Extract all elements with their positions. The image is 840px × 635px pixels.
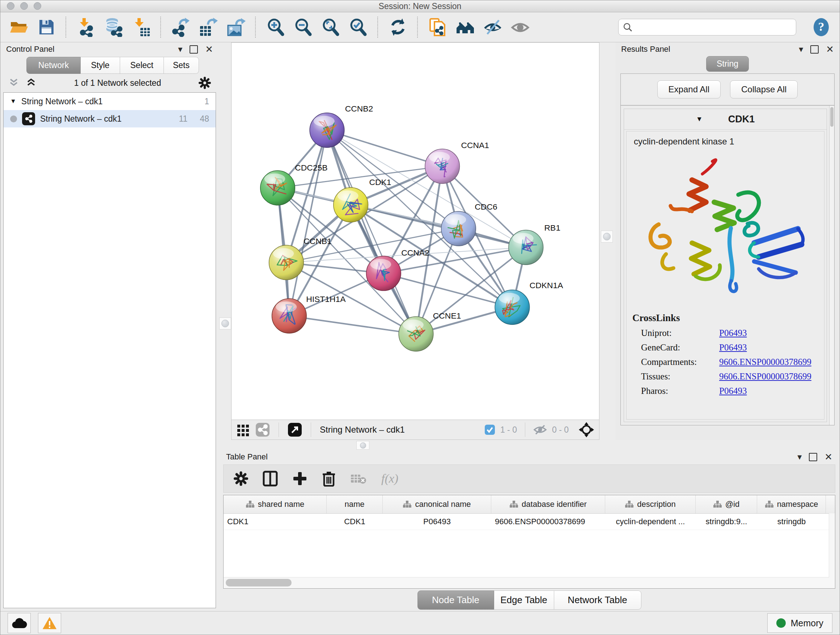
collapse-all-button[interactable]: Collapse All (730, 80, 798, 98)
column-header-description[interactable]: description (605, 495, 696, 513)
scrollbar-thumb[interactable] (226, 579, 292, 586)
network-collection-row[interactable]: ▼ String Network – cdk1 1 (4, 93, 216, 110)
save-session-icon[interactable] (34, 16, 58, 39)
minimize-window-button[interactable] (20, 2, 28, 10)
expand-all-button[interactable]: Expand All (657, 80, 721, 98)
column-header-database-identifier[interactable]: database identifier (491, 495, 605, 513)
control-panel-float-icon[interactable] (189, 45, 198, 54)
network-canvas[interactable]: CCNB2CCNA1CDC25BCDK1CDC6RB1CCNB1CCNA2CDK… (231, 42, 600, 420)
zoom-fit-icon[interactable] (319, 16, 343, 39)
show-columns-icon[interactable] (263, 470, 278, 486)
crosslink-link[interactable]: P06493 (719, 386, 747, 396)
birds-eye-icon[interactable] (579, 422, 594, 437)
cloud-icon[interactable] (8, 613, 31, 633)
refresh-layout-icon[interactable] (386, 16, 410, 39)
memory-button[interactable]: Memory (767, 613, 832, 633)
zoom-window-button[interactable] (34, 2, 41, 10)
tree-expand-icon[interactable]: ▼ (10, 98, 16, 105)
hide-icon[interactable] (481, 16, 505, 39)
help-icon[interactable]: ? (809, 16, 833, 39)
home-icon[interactable] (453, 16, 477, 39)
horizontal-splitter-handle[interactable] (356, 441, 369, 450)
left-splitter-handle[interactable] (219, 318, 231, 329)
export-image-icon[interactable] (224, 16, 248, 39)
tab-network-table[interactable]: Network Table (554, 591, 641, 610)
control-panel-menu-icon[interactable]: ▾ (178, 45, 182, 54)
string-results-box: Expand All Collapse All ▼ CDK1 cyclin-de… (621, 73, 835, 425)
tab-edge-table[interactable]: Edge Table (494, 591, 554, 610)
table-panel-close-icon[interactable]: ✕ (824, 452, 832, 462)
horizontal-splitter[interactable] (219, 440, 840, 450)
results-panel-float-icon[interactable] (810, 45, 819, 54)
network-edge[interactable] (289, 316, 416, 334)
right-splitter[interactable] (600, 42, 615, 440)
column-header-name[interactable]: name (327, 495, 383, 513)
import-database-icon[interactable] (102, 16, 126, 39)
grid-view-icon[interactable] (237, 423, 249, 436)
expand-all-icon[interactable] (26, 78, 36, 88)
zoom-in-icon[interactable] (264, 16, 287, 39)
delete-column-icon[interactable] (322, 470, 336, 486)
export-table-icon[interactable] (196, 16, 220, 39)
column-header-shared-name[interactable]: shared name (224, 495, 327, 513)
right-splitter-handle[interactable] (601, 231, 613, 242)
collapse-all-icon[interactable] (8, 78, 19, 88)
open-in-window-icon[interactable] (287, 423, 302, 437)
import-table-icon[interactable] (129, 16, 153, 39)
column-header-namespace[interactable]: namespace (757, 495, 826, 513)
network-row[interactable]: String Network – cdk1 11 48 (4, 110, 216, 127)
crosslink-link[interactable]: P06493 (719, 328, 747, 338)
table-vertical-scrollbar[interactable] (829, 513, 835, 588)
network-node-cdc6[interactable]: CDC6 (441, 202, 497, 246)
table-row[interactable]: CDK1CDK1P064939606.ENSP00000378699cyclin… (224, 514, 835, 530)
show-icon[interactable] (508, 16, 532, 39)
network-node-hist1h1a[interactable]: HIST1H1A (272, 295, 346, 333)
network-node-ccna1[interactable]: CCNA1 (425, 141, 489, 184)
tab-network[interactable]: Network (27, 57, 81, 74)
delete-table-icon[interactable] (350, 472, 367, 485)
results-scrollbar[interactable] (829, 106, 834, 425)
node-label: CCNE1 (433, 311, 461, 320)
open-session-icon[interactable] (7, 16, 31, 39)
import-network-icon[interactable] (74, 16, 98, 39)
network-node-rb1[interactable]: RB1 (508, 223, 561, 265)
zoom-out-icon[interactable] (291, 16, 315, 39)
control-panel-close-icon[interactable]: ✕ (205, 44, 213, 54)
warning-icon[interactable] (38, 613, 61, 633)
search-input[interactable] (636, 22, 791, 32)
results-panel-menu-icon[interactable]: ▾ (799, 45, 803, 54)
table-panel-menu-icon[interactable]: ▾ (797, 453, 802, 461)
tab-node-table[interactable]: Node Table (417, 591, 494, 610)
network-node-cdkn1a[interactable]: CDKN1A (495, 280, 563, 325)
entry-collapse-icon[interactable]: ▼ (696, 115, 703, 123)
gear-icon[interactable] (199, 77, 211, 89)
copy-network-icon[interactable] (426, 16, 450, 39)
column-header-canonical-name[interactable]: canonical name (383, 495, 491, 513)
column-header--id[interactable]: @id (696, 495, 757, 513)
table-gear-icon[interactable] (234, 471, 248, 486)
tab-string[interactable]: String (706, 56, 749, 72)
export-network-icon[interactable] (169, 16, 193, 39)
node-entry-header[interactable]: ▼ CDK1 (624, 109, 827, 130)
share-view-icon[interactable] (256, 423, 270, 437)
add-column-icon[interactable] (292, 470, 308, 486)
tab-select[interactable]: Select (120, 57, 164, 74)
crosslink-link[interactable]: 9606.ENSP00000378699 (719, 357, 812, 367)
tab-sets[interactable]: Sets (164, 57, 199, 74)
results-panel-close-icon[interactable]: ✕ (826, 44, 834, 54)
crosslink-link[interactable]: 9606.ENSP00000378699 (719, 371, 812, 381)
hidden-eye-icon[interactable] (533, 424, 547, 435)
function-builder-icon[interactable]: f(x) (381, 472, 398, 486)
left-splitter[interactable] (219, 42, 231, 440)
network-graph[interactable]: CCNB2CCNA1CDC25BCDK1CDC6RB1CCNB1CCNA2CDK… (232, 43, 599, 420)
tab-style[interactable]: Style (81, 57, 120, 74)
network-node-ccnb1[interactable]: CCNB1 (269, 236, 332, 280)
table-horizontal-scrollbar[interactable] (224, 577, 829, 588)
zoom-selected-icon[interactable] (346, 16, 370, 39)
network-node-cdk1[interactable]: CDK1 (333, 177, 392, 222)
crosslink-link[interactable]: P06493 (719, 342, 747, 352)
selected-checkbox-icon[interactable] (485, 424, 495, 435)
close-window-button[interactable] (7, 2, 14, 10)
table-panel-float-icon[interactable] (809, 453, 817, 461)
network-edge[interactable] (327, 130, 442, 166)
